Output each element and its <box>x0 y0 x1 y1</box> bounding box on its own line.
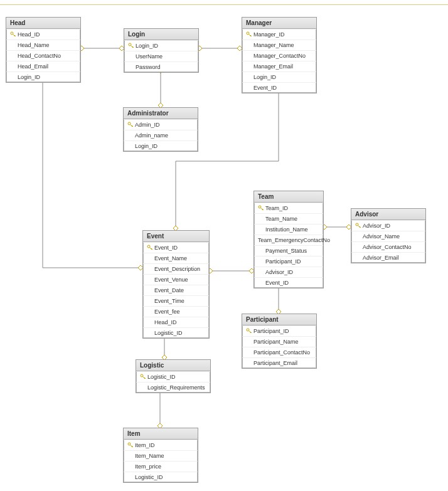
attribute-name: Admin_ID <box>135 121 160 129</box>
key-icon <box>147 245 153 251</box>
attribute-row: Logistic_ID <box>124 472 198 482</box>
svg-point-27 <box>247 329 249 331</box>
attribute-row: Logistic_ID <box>143 327 209 338</box>
attribute-row: Event_Time <box>143 295 209 306</box>
attribute-row: Manager_ContactNo <box>242 50 316 61</box>
attribute-row: Participant_ID <box>242 325 316 336</box>
attribute-name: Team_ID <box>265 204 288 212</box>
attribute-row: Participant_ContactNo <box>242 347 316 357</box>
attribute-row: Advisor_ID <box>254 267 323 277</box>
attribute-name: Advisor_Email <box>363 254 399 261</box>
key-icon <box>128 43 134 49</box>
entity-manager[interactable]: ManagerManager_IDManager_NameManager_Con… <box>242 17 317 93</box>
attribute-name: Event_ID <box>253 84 277 92</box>
svg-point-29 <box>128 443 131 445</box>
attribute-row: Event_Venue <box>143 274 209 285</box>
attribute-row: UserName <box>124 51 198 61</box>
svg-point-23 <box>128 122 131 125</box>
entity-title: Head <box>6 18 80 29</box>
attribute-row: Head_Email <box>6 61 80 71</box>
key-icon <box>140 374 146 380</box>
attribute-row: Event_Date <box>143 285 209 295</box>
attribute-row: Item_Name <box>124 450 198 461</box>
attribute-name: Event_Description <box>154 265 200 273</box>
attribute-name: Event_Name <box>154 255 187 262</box>
entity-title: Item <box>124 428 198 440</box>
svg-point-28 <box>141 374 143 377</box>
entity-administrator[interactable]: AdministratorAdmin_IDAdmin_nameLogin_ID <box>123 107 198 152</box>
attribute-name: Team_Name <box>265 215 297 223</box>
entity-logistic[interactable]: LogisticLogistic_IDLogistic_Requirements <box>136 359 211 393</box>
attribute-name: Head_ID <box>18 31 40 38</box>
attribute-row: Password <box>124 61 198 72</box>
attribute-row: Team_ID <box>254 203 323 213</box>
entity-title: Logistic <box>136 360 210 371</box>
entity-participant[interactable]: ParticipantParticipant_IDParticipant_Nam… <box>242 314 317 369</box>
attribute-row: Participant_ID <box>254 256 323 267</box>
attribute-name: Head_Name <box>18 41 50 49</box>
attribute-row: Event_Name <box>143 253 209 263</box>
attribute-name: Login_ID <box>136 42 158 50</box>
attribute-name: Advisor_ContactNo <box>363 243 412 251</box>
attribute-name: Head_Email <box>18 63 48 70</box>
entity-title: Advisor <box>351 209 425 220</box>
entity-title: Administrator <box>124 108 198 119</box>
attribute-name: Head_ContactNo <box>18 52 61 60</box>
attribute-name: Manager_Name <box>253 41 294 49</box>
attribute-row: Participant_Name <box>242 336 316 347</box>
attribute-name: Participant_ContactNo <box>253 349 310 356</box>
entity-team[interactable]: TeamTeam_IDTeam_NameInstitution_NameTeam… <box>253 191 324 288</box>
attribute-name: Institution_Name <box>265 226 308 233</box>
attribute-row: Advisor_Name <box>351 231 425 241</box>
attribute-name: Manager_ID <box>253 31 285 38</box>
attribute-name: Logistic_Requirements <box>147 384 205 391</box>
entity-title: Participant <box>242 314 316 325</box>
attribute-row: Login_ID <box>6 71 80 82</box>
attribute-row: Event_ID <box>254 277 323 288</box>
attribute-row: Team_EmergencyContactNo <box>254 235 323 245</box>
attribute-row: Head_ID <box>143 317 209 327</box>
key-icon <box>246 328 252 334</box>
key-icon <box>127 122 134 128</box>
attribute-name: Event_ID <box>265 279 289 287</box>
attribute-name: Item_ID <box>135 441 155 449</box>
entity-title: Event <box>143 231 209 242</box>
erd-canvas: HeadHead_IDHead_NameHead_ContactNoHead_E… <box>0 4 448 491</box>
attribute-name: Login_ID <box>135 142 157 150</box>
attribute-row: Participant_Email <box>242 357 316 368</box>
attribute-row: Team_Name <box>254 213 323 224</box>
attribute-row: Logistic_ID <box>136 371 210 382</box>
attribute-name: Advisor_ID <box>363 222 390 230</box>
attribute-row: Login_ID <box>124 140 198 151</box>
attribute-row: Admin_ID <box>124 119 198 130</box>
attribute-row: Item_ID <box>124 440 198 450</box>
entity-title: Manager <box>242 18 316 29</box>
attribute-name: Event_Time <box>154 297 184 305</box>
attribute-row: Advisor_ContactNo <box>351 241 425 252</box>
attribute-name: Logistic_ID <box>147 373 176 381</box>
attribute-name: Advisor_Name <box>363 233 400 240</box>
attribute-name: Manager_ContactNo <box>253 52 306 60</box>
attribute-row: Item_price <box>124 461 198 472</box>
attribute-row: Admin_name <box>124 130 198 140</box>
attribute-name: Advisor_ID <box>265 268 293 276</box>
attribute-name: Participant_ID <box>253 327 289 335</box>
attribute-name: Event_ID <box>154 244 178 251</box>
entity-item[interactable]: ItemItem_IDItem_NameItem_priceLogistic_I… <box>123 428 198 483</box>
attribute-row: Head_Name <box>6 40 80 50</box>
attribute-name: Event_fee <box>154 308 180 315</box>
attribute-name: Participant_Name <box>253 338 299 346</box>
attribute-row: Event_fee <box>143 306 209 317</box>
attribute-name: Item_price <box>135 463 161 470</box>
attribute-row: Manager_ID <box>242 29 316 40</box>
svg-point-20 <box>11 32 13 34</box>
entity-event[interactable]: EventEvent_IDEvent_NameEvent_Description… <box>142 230 210 339</box>
entity-advisor[interactable]: AdvisorAdvisor_IDAdvisor_NameAdvisor_Con… <box>351 208 426 263</box>
svg-point-25 <box>356 223 358 226</box>
svg-point-26 <box>147 245 150 248</box>
entity-title: Login <box>124 29 198 40</box>
entity-head[interactable]: HeadHead_IDHead_NameHead_ContactNoHead_E… <box>6 17 81 83</box>
attribute-name: Event_Venue <box>154 276 188 283</box>
entity-login[interactable]: LoginLogin_IDUserNamePassword <box>124 28 199 73</box>
key-icon <box>10 31 16 38</box>
